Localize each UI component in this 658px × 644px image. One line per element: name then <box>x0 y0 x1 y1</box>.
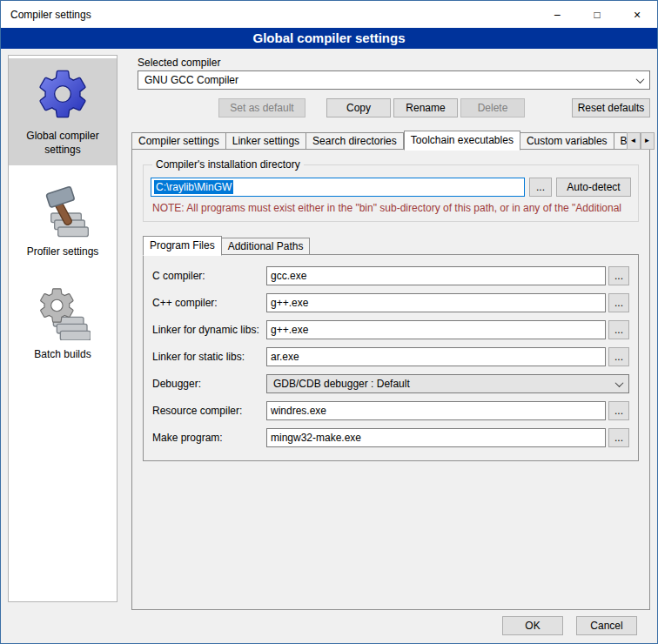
set-as-default-button[interactable]: Set as default <box>218 98 306 117</box>
gear-gray-icon <box>35 285 91 340</box>
main-area: Selected compiler GNU GCC Compiler Set a… <box>127 49 650 643</box>
debugger-select[interactable]: GDB/CDB debugger : Default <box>266 374 629 393</box>
browse-directory-button[interactable]: ... <box>529 178 552 197</box>
sidebar-item-batch-builds[interactable]: Batch builds <box>9 277 117 371</box>
selected-compiler-label: Selected compiler <box>138 57 220 69</box>
cpp-compiler-label: C++ compiler: <box>152 297 266 309</box>
maximize-button[interactable]: □ <box>577 1 617 28</box>
field-row-cpp-compiler: C++ compiler: ... <box>152 293 629 312</box>
browse-button[interactable]: ... <box>608 428 629 447</box>
browse-button[interactable]: ... <box>608 293 629 312</box>
sidebar-item-profiler-settings[interactable]: Profiler settings <box>9 174 117 268</box>
note-text: NOTE: All programs must exist either in … <box>152 202 629 214</box>
installation-directory-input[interactable]: C:\raylib\MinGW <box>151 178 525 197</box>
installation-directory-group-label: Compiler's installation directory <box>152 158 304 171</box>
gear-blue-icon <box>35 66 91 122</box>
installation-directory-group: Compiler's installation directory C:\ray… <box>143 158 639 222</box>
program-files-panel: C compiler: ... C++ compiler: ... Linker… <box>143 254 639 461</box>
close-button[interactable]: × <box>617 1 657 28</box>
sidebar-item-label: Batch builds <box>34 348 91 362</box>
auto-detect-button[interactable]: Auto-detect <box>556 178 631 197</box>
settings-category-list: Global compiler settings Profiler settin… <box>8 55 118 602</box>
field-row-linker-dynamic: Linker for dynamic libs: ... <box>152 320 629 339</box>
linker-static-input[interactable] <box>266 347 606 366</box>
make-program-input[interactable] <box>266 428 606 447</box>
titlebar: Compiler settings − □ × <box>1 1 657 28</box>
tab-toolchain-executables[interactable]: Toolchain executables <box>404 131 520 151</box>
window-title: Compiler settings <box>10 9 91 21</box>
ok-button[interactable]: OK <box>502 616 563 635</box>
field-row-linker-static: Linker for static libs: ... <box>152 347 629 366</box>
minimize-button[interactable]: − <box>537 1 577 28</box>
browse-button[interactable]: ... <box>608 347 629 366</box>
field-row-resource-compiler: Resource compiler: ... <box>152 401 629 420</box>
sidebar-item-label: Profiler settings <box>27 245 99 259</box>
resource-compiler-label: Resource compiler: <box>152 405 266 417</box>
tab-linker-settings[interactable]: Linker settings <box>226 132 306 150</box>
browse-button[interactable]: ... <box>608 401 629 420</box>
tab-additional-paths[interactable]: Additional Paths <box>222 238 311 255</box>
copy-button[interactable]: Copy <box>326 98 391 117</box>
c-compiler-input[interactable] <box>266 266 606 285</box>
dialog-body: Global compiler settings Profiler settin… <box>1 49 657 643</box>
delete-button[interactable]: Delete <box>460 98 525 117</box>
compiler-select[interactable]: GNU GCC Compiler <box>138 70 650 90</box>
toolchain-subtabbar: Program Files Additional Paths <box>143 235 641 255</box>
tab-scroll-controls: ◄ ► <box>627 132 655 150</box>
tab-program-files[interactable]: Program Files <box>143 236 222 256</box>
linker-dynamic-input[interactable] <box>266 320 606 339</box>
field-row-debugger: Debugger: GDB/CDB debugger : Default <box>152 374 629 393</box>
tab-scroll-right-button[interactable]: ► <box>641 132 655 150</box>
toolchain-executables-panel: Compiler's installation directory C:\ray… <box>131 149 650 610</box>
dialog-header-title: Global compiler settings <box>1 28 657 49</box>
linker-static-label: Linker for static libs: <box>152 351 266 363</box>
tab-build-options[interactable]: Buil <box>614 132 627 150</box>
debugger-label: Debugger: <box>152 378 266 390</box>
resource-compiler-input[interactable] <box>266 401 606 420</box>
tab-compiler-settings[interactable]: Compiler settings <box>131 132 226 150</box>
reset-defaults-button[interactable]: Reset defaults <box>572 98 650 117</box>
sidebar-item-global-compiler-settings[interactable]: Global compiler settings <box>9 58 117 165</box>
tab-search-directories[interactable]: Search directories <box>306 132 404 150</box>
cpp-compiler-input[interactable] <box>266 293 606 312</box>
rename-button[interactable]: Rename <box>393 98 458 117</box>
debugger-select-value: GDB/CDB debugger : Default <box>273 378 410 390</box>
tab-scroll-left-button[interactable]: ◄ <box>627 132 641 150</box>
installation-directory-value: C:\raylib\MinGW <box>154 180 233 194</box>
browse-button[interactable]: ... <box>608 320 629 339</box>
compiler-select-value: GNU GCC Compiler <box>144 74 238 86</box>
c-compiler-label: C compiler: <box>152 270 266 282</box>
chevron-down-icon <box>636 75 645 84</box>
caption-buttons: − □ × <box>537 1 657 28</box>
field-row-c-compiler: C compiler: ... <box>152 266 629 285</box>
settings-tabbar: Compiler settings Linker settings Search… <box>131 130 650 150</box>
linker-dynamic-label: Linker for dynamic libs: <box>152 324 266 336</box>
installation-directory-row: C:\raylib\MinGW ... Auto-detect <box>151 178 631 197</box>
browse-button[interactable]: ... <box>608 266 629 285</box>
make-program-label: Make program: <box>152 432 266 444</box>
field-row-make-program: Make program: ... <box>152 428 629 447</box>
hammer-icon <box>35 182 91 238</box>
cancel-button[interactable]: Cancel <box>576 616 637 635</box>
compiler-settings-window: Compiler settings − □ × Global compiler … <box>0 0 658 644</box>
dialog-footer: OK Cancel <box>502 616 637 635</box>
tab-custom-variables[interactable]: Custom variables <box>520 132 614 150</box>
compiler-buttons-row: Set as default Copy Rename Delete Reset … <box>138 98 650 117</box>
chevron-down-icon <box>615 379 624 387</box>
sidebar-item-label: Global compiler settings <box>10 130 115 157</box>
